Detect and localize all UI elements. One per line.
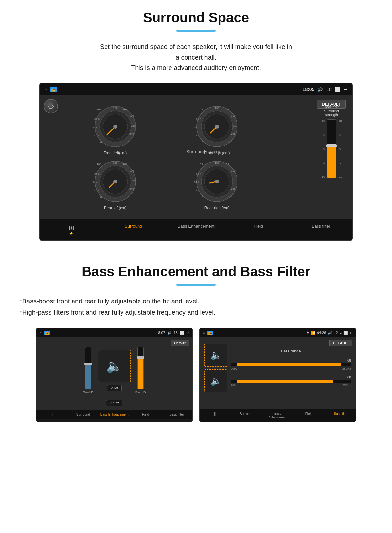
- svg-text:272: 272: [228, 140, 232, 143]
- svg-text:163: 163: [224, 163, 229, 166]
- bf-track-2[interactable]: [231, 380, 351, 383]
- svg-text:218: 218: [131, 124, 136, 127]
- bass-left-thumb[interactable]: [84, 363, 92, 365]
- section1-desc: Set the surround space of each speaker, …: [20, 42, 372, 73]
- bass-right-label: RearHD: [135, 391, 146, 394]
- slider-scale-left: 1050-5-10: [321, 119, 325, 178]
- section2-underline: [176, 284, 216, 286]
- small-tab-bass-enh-3[interactable]: BassEnhancement: [262, 409, 293, 422]
- tab-equalizer[interactable]: ⊞ ⚡: [40, 219, 102, 240]
- status-bar-1: ⌂ 📻 18:05 🔊 18 ⬜ ↩: [40, 83, 352, 95]
- bass-right-thumb[interactable]: [137, 356, 144, 359]
- knob-front-left-label: Front left(cm): [104, 151, 127, 155]
- bass-right-track[interactable]: [137, 347, 144, 389]
- tab-bass-enhancement[interactable]: Bass Enhancement: [165, 219, 227, 240]
- svg-text:163: 163: [123, 108, 127, 111]
- small-main-3: DEFAULT 🔈 🔈 Bass range: [200, 337, 356, 409]
- power-icon: ⏻: [48, 103, 54, 110]
- small-tab-surround-2[interactable]: Surround: [68, 410, 99, 419]
- small-back-3: ↩: [350, 331, 352, 335]
- small-tab-surround-3[interactable]: Surround: [231, 409, 262, 422]
- small-app-icon-2: 📻: [44, 331, 50, 335]
- svg-text:245: 245: [129, 132, 134, 135]
- bass-center-area: 🔈 < 68: [98, 350, 131, 391]
- svg-text:54.4: 54.4: [194, 181, 199, 184]
- svg-text:245: 245: [231, 187, 236, 190]
- bass-front-value: < 68: [107, 385, 122, 391]
- svg-point-44: [113, 180, 117, 183]
- knob-rear-left-svg: 136 163 190 109 81.6 54.4 27.2 0 218 245…: [92, 159, 138, 204]
- small-main-2: Default RearHD 🔈: [36, 337, 192, 410]
- device-main-1: ⏻ DEFAULT Surround space 136 163 190: [40, 95, 352, 219]
- section1-title: Surround Space: [20, 10, 372, 26]
- small-tab-bassf-3[interactable]: Bass filti: [324, 409, 356, 422]
- small-tab-field-2[interactable]: Field: [130, 410, 161, 419]
- small-tab-bass-enh-2[interactable]: Bass Enhancement: [99, 410, 130, 419]
- bf-sliders-area: Bass range 68 20Hz 250Hz: [231, 344, 351, 392]
- small-default-btn-2[interactable]: Default: [171, 340, 189, 346]
- small-back-2: ↩: [186, 331, 189, 335]
- small-app-icon-3: 📻: [207, 331, 213, 335]
- surround-space-label: Surround space: [186, 149, 219, 154]
- device-screen-2: ⌂ 📻 18:07 🔊 18 ⬜ ↩ Default: [36, 328, 193, 422]
- bf-speaker-col: 🔈 🔈: [204, 344, 227, 392]
- bf-track-1[interactable]: [231, 363, 351, 366]
- svg-text:190: 190: [129, 169, 134, 172]
- bf-slider-row-1: 68 20Hz 250Hz: [231, 359, 351, 370]
- bass-front-speaker-icon: 🔈: [106, 358, 122, 374]
- svg-text:163: 163: [123, 163, 127, 166]
- svg-text:272: 272: [126, 140, 131, 143]
- small-default-btn-3[interactable]: DEFAULT: [329, 340, 352, 346]
- small-tab-bar-2: ||| Surround Bass Enhancement Field Bass…: [36, 410, 192, 419]
- svg-point-29: [215, 125, 219, 129]
- svg-text:54.4: 54.4: [92, 181, 98, 184]
- bass-filter-layout: 🔈 🔈 Bass range 68: [203, 340, 352, 395]
- small-menu-3: ≡: [340, 331, 342, 335]
- small-tab-eq-3[interactable]: |||: [200, 409, 231, 422]
- bf-speaker-box-2: 🔈: [204, 369, 227, 392]
- svg-text:27.2: 27.2: [94, 134, 99, 137]
- small-win-2: ⬜: [180, 331, 184, 335]
- power-button[interactable]: ⏻: [44, 99, 58, 113]
- tab-surround[interactable]: Surround: [102, 219, 165, 240]
- bass-right-fill: [138, 358, 143, 389]
- bass-right-slider: RearHD: [135, 347, 146, 394]
- status-time-1: 18:05: [303, 87, 315, 92]
- slider-fill: [327, 146, 336, 178]
- svg-text:54.4: 54.4: [194, 126, 199, 129]
- section2-desc: *Bass-boost front and rear fully adjusta…: [20, 296, 372, 318]
- svg-text:109: 109: [198, 108, 203, 111]
- knob-rear-right-label: Rear right(cm): [204, 206, 230, 210]
- tab-field[interactable]: Field: [227, 219, 290, 240]
- bass-left-track[interactable]: [85, 347, 91, 389]
- svg-text:0: 0: [100, 196, 102, 198]
- svg-text:0: 0: [202, 141, 204, 144]
- small-tab-bassf-2[interactable]: Bass filter: [161, 410, 192, 419]
- knob-rear-right: 136 163 190 109 81.6 54.4 27.2 0 218 245…: [168, 159, 266, 210]
- device-screen-1: ⌂ 📻 18:05 🔊 18 ⬜ ↩ ⏻ DEFAULT Surround sp…: [39, 83, 353, 241]
- svg-text:27.2: 27.2: [195, 189, 201, 192]
- knob-rear-left: 136 163 190 109 81.6 54.4 27.2 0 218 245…: [66, 159, 164, 210]
- knob-rear-right-svg: 136 163 190 109 81.6 54.4 27.2 0 218 245…: [194, 159, 240, 204]
- bass-range-title: Bass range: [231, 349, 351, 353]
- bf-slider-val-2: 88: [231, 375, 351, 379]
- small-home-icon-3: ⌂: [203, 331, 205, 335]
- tab-bass-filter[interactable]: Bass filter: [290, 219, 352, 240]
- volume-icon: 🔊: [318, 87, 323, 92]
- slider-label: Rear horn Surround strength: [324, 105, 340, 117]
- bass-left-slider: RearHD: [83, 347, 93, 394]
- small-status-right-2: 18:07 🔊 18 ⬜ ↩: [156, 331, 189, 335]
- tab-surround-label: Surround: [125, 224, 142, 229]
- small-tab-eq-2[interactable]: |||: [36, 410, 68, 419]
- app-icon: 📻: [50, 87, 57, 92]
- tab-bar-1: ⊞ ⚡ Surround Bass Enhancement Field Bass…: [40, 219, 352, 240]
- svg-text:218: 218: [233, 124, 237, 127]
- slider-thumb[interactable]: [326, 144, 337, 147]
- bf-hz-labels-2: 20Hz 250Hz: [231, 384, 351, 387]
- knob-rear-left-label: Rear left(cm): [104, 206, 126, 210]
- section2: Bass Enhancement and Bass Filter *Bass-b…: [0, 248, 392, 429]
- slider-track[interactable]: [327, 119, 336, 178]
- svg-text:136: 136: [215, 162, 219, 164]
- small-tab-field-3[interactable]: Field: [293, 409, 325, 422]
- svg-point-59: [215, 180, 219, 183]
